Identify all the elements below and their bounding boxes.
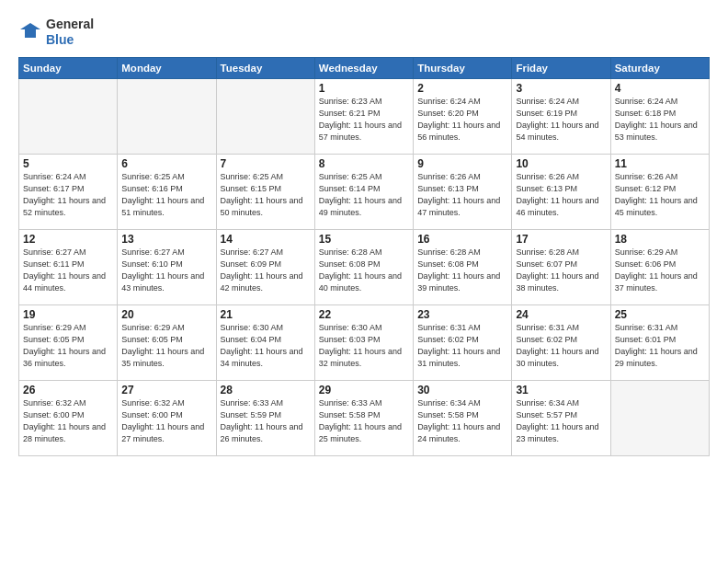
calendar-cell: 24Sunrise: 6:31 AM Sunset: 6:02 PM Dayli… <box>512 304 610 380</box>
calendar: SundayMondayTuesdayWednesdayThursdayFrid… <box>18 57 710 456</box>
col-header-tuesday: Tuesday <box>216 57 314 78</box>
calendar-cell: 26Sunrise: 6:32 AM Sunset: 6:00 PM Dayli… <box>19 380 118 455</box>
calendar-cell: 15Sunrise: 6:28 AM Sunset: 6:08 PM Dayli… <box>314 229 413 304</box>
day-number: 15 <box>319 233 409 246</box>
day-number: 3 <box>516 82 606 95</box>
day-number: 17 <box>516 233 606 246</box>
day-info: Sunrise: 6:27 AM Sunset: 6:11 PM Dayligh… <box>23 247 113 294</box>
day-info: Sunrise: 6:23 AM Sunset: 6:21 PM Dayligh… <box>319 96 409 144</box>
calendar-cell: 19Sunrise: 6:29 AM Sunset: 6:05 PM Dayli… <box>19 304 118 380</box>
day-number: 29 <box>319 384 409 396</box>
calendar-cell: 16Sunrise: 6:28 AM Sunset: 6:08 PM Dayli… <box>414 229 512 304</box>
day-info: Sunrise: 6:29 AM Sunset: 6:05 PM Dayligh… <box>23 322 113 370</box>
day-info: Sunrise: 6:25 AM Sunset: 6:14 PM Dayligh… <box>319 171 409 219</box>
col-header-thursday: Thursday <box>414 57 512 78</box>
svg-marker-0 <box>20 23 40 38</box>
calendar-cell: 25Sunrise: 6:31 AM Sunset: 6:01 PM Dayli… <box>610 304 709 380</box>
day-number: 14 <box>221 233 311 246</box>
day-info: Sunrise: 6:31 AM Sunset: 6:01 PM Dayligh… <box>615 322 705 370</box>
logo-text: GeneralBlue <box>46 17 94 48</box>
day-number: 9 <box>417 157 507 170</box>
day-info: Sunrise: 6:28 AM Sunset: 6:08 PM Dayligh… <box>319 247 409 294</box>
day-number: 1 <box>319 82 409 95</box>
day-number: 22 <box>319 308 409 321</box>
day-number: 26 <box>23 384 113 396</box>
day-info: Sunrise: 6:29 AM Sunset: 6:05 PM Dayligh… <box>121 322 211 370</box>
calendar-cell: 29Sunrise: 6:33 AM Sunset: 5:58 PM Dayli… <box>314 380 413 455</box>
calendar-cell <box>610 380 709 455</box>
col-header-saturday: Saturday <box>610 57 709 78</box>
day-number: 6 <box>121 157 211 170</box>
day-info: Sunrise: 6:25 AM Sunset: 6:16 PM Dayligh… <box>121 171 211 219</box>
day-number: 8 <box>319 157 409 170</box>
day-number: 20 <box>121 308 211 321</box>
calendar-cell: 6Sunrise: 6:25 AM Sunset: 6:16 PM Daylig… <box>118 154 216 229</box>
day-info: Sunrise: 6:32 AM Sunset: 6:00 PM Dayligh… <box>121 397 211 445</box>
page: GeneralBlue SundayMondayTuesdayWednesday… <box>0 0 728 563</box>
day-number: 5 <box>23 157 113 170</box>
calendar-cell: 17Sunrise: 6:28 AM Sunset: 6:07 PM Dayli… <box>512 229 610 304</box>
day-info: Sunrise: 6:33 AM Sunset: 5:58 PM Dayligh… <box>319 397 409 445</box>
day-info: Sunrise: 6:31 AM Sunset: 6:02 PM Dayligh… <box>516 322 606 370</box>
day-info: Sunrise: 6:31 AM Sunset: 6:02 PM Dayligh… <box>417 322 507 370</box>
calendar-cell: 9Sunrise: 6:26 AM Sunset: 6:13 PM Daylig… <box>414 154 512 229</box>
calendar-cell: 31Sunrise: 6:34 AM Sunset: 5:57 PM Dayli… <box>512 380 610 455</box>
day-number: 7 <box>221 157 311 170</box>
day-info: Sunrise: 6:32 AM Sunset: 6:00 PM Dayligh… <box>23 397 113 445</box>
day-info: Sunrise: 6:33 AM Sunset: 5:59 PM Dayligh… <box>221 397 311 445</box>
header: GeneralBlue <box>18 17 710 48</box>
day-number: 13 <box>121 233 211 246</box>
day-number: 19 <box>23 308 113 321</box>
week-row-5: 26Sunrise: 6:32 AM Sunset: 6:00 PM Dayli… <box>19 380 710 455</box>
calendar-cell <box>216 78 314 154</box>
day-number: 18 <box>615 233 705 246</box>
week-row-3: 12Sunrise: 6:27 AM Sunset: 6:11 PM Dayli… <box>19 229 710 304</box>
day-info: Sunrise: 6:24 AM Sunset: 6:18 PM Dayligh… <box>615 96 705 144</box>
day-number: 2 <box>417 82 507 95</box>
calendar-cell: 22Sunrise: 6:30 AM Sunset: 6:03 PM Dayli… <box>314 304 413 380</box>
day-info: Sunrise: 6:26 AM Sunset: 6:13 PM Dayligh… <box>516 171 606 219</box>
logo-arrow-icon <box>18 21 42 45</box>
calendar-cell: 3Sunrise: 6:24 AM Sunset: 6:19 PM Daylig… <box>512 78 610 154</box>
logo-general: General <box>46 17 94 32</box>
day-info: Sunrise: 6:24 AM Sunset: 6:19 PM Dayligh… <box>516 96 606 144</box>
col-header-friday: Friday <box>512 57 610 78</box>
day-info: Sunrise: 6:29 AM Sunset: 6:06 PM Dayligh… <box>615 247 705 294</box>
day-info: Sunrise: 6:30 AM Sunset: 6:04 PM Dayligh… <box>221 322 311 370</box>
logo: GeneralBlue <box>18 17 94 48</box>
day-number: 16 <box>417 233 507 246</box>
calendar-cell: 23Sunrise: 6:31 AM Sunset: 6:02 PM Dayli… <box>414 304 512 380</box>
day-info: Sunrise: 6:26 AM Sunset: 6:12 PM Dayligh… <box>615 171 705 219</box>
day-info: Sunrise: 6:25 AM Sunset: 6:15 PM Dayligh… <box>221 171 311 219</box>
col-header-monday: Monday <box>118 57 216 78</box>
day-info: Sunrise: 6:28 AM Sunset: 6:08 PM Dayligh… <box>417 247 507 294</box>
calendar-cell: 28Sunrise: 6:33 AM Sunset: 5:59 PM Dayli… <box>216 380 314 455</box>
day-info: Sunrise: 6:27 AM Sunset: 6:10 PM Dayligh… <box>121 247 211 294</box>
col-header-wednesday: Wednesday <box>314 57 413 78</box>
calendar-cell <box>19 78 118 154</box>
day-info: Sunrise: 6:34 AM Sunset: 5:57 PM Dayligh… <box>516 397 606 445</box>
week-row-1: 1Sunrise: 6:23 AM Sunset: 6:21 PM Daylig… <box>19 78 710 154</box>
calendar-cell: 13Sunrise: 6:27 AM Sunset: 6:10 PM Dayli… <box>118 229 216 304</box>
week-row-2: 5Sunrise: 6:24 AM Sunset: 6:17 PM Daylig… <box>19 154 710 229</box>
day-number: 12 <box>23 233 113 246</box>
logo-blue: Blue <box>46 32 94 48</box>
day-number: 30 <box>417 384 507 396</box>
week-row-4: 19Sunrise: 6:29 AM Sunset: 6:05 PM Dayli… <box>19 304 710 380</box>
calendar-cell: 20Sunrise: 6:29 AM Sunset: 6:05 PM Dayli… <box>118 304 216 380</box>
calendar-cell: 14Sunrise: 6:27 AM Sunset: 6:09 PM Dayli… <box>216 229 314 304</box>
calendar-cell: 10Sunrise: 6:26 AM Sunset: 6:13 PM Dayli… <box>512 154 610 229</box>
day-info: Sunrise: 6:24 AM Sunset: 6:20 PM Dayligh… <box>417 96 507 144</box>
day-info: Sunrise: 6:34 AM Sunset: 5:58 PM Dayligh… <box>417 397 507 445</box>
day-number: 4 <box>615 82 705 95</box>
calendar-cell: 21Sunrise: 6:30 AM Sunset: 6:04 PM Dayli… <box>216 304 314 380</box>
calendar-cell: 8Sunrise: 6:25 AM Sunset: 6:14 PM Daylig… <box>314 154 413 229</box>
calendar-cell: 18Sunrise: 6:29 AM Sunset: 6:06 PM Dayli… <box>610 229 709 304</box>
day-info: Sunrise: 6:27 AM Sunset: 6:09 PM Dayligh… <box>221 247 311 294</box>
day-info: Sunrise: 6:30 AM Sunset: 6:03 PM Dayligh… <box>319 322 409 370</box>
day-number: 27 <box>121 384 211 396</box>
calendar-cell: 30Sunrise: 6:34 AM Sunset: 5:58 PM Dayli… <box>414 380 512 455</box>
day-number: 23 <box>417 308 507 321</box>
calendar-cell: 7Sunrise: 6:25 AM Sunset: 6:15 PM Daylig… <box>216 154 314 229</box>
calendar-cell: 12Sunrise: 6:27 AM Sunset: 6:11 PM Dayli… <box>19 229 118 304</box>
